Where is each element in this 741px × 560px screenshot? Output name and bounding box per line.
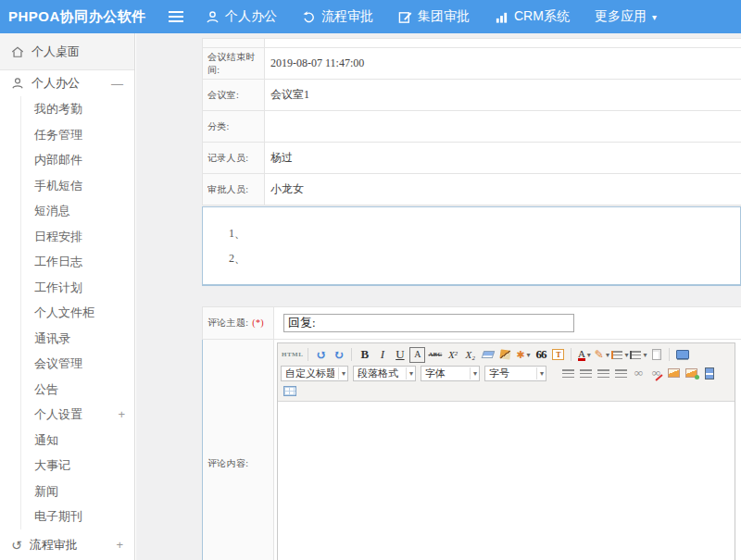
field-label: 记录人员: — [203, 143, 265, 174]
sidebar-item-meeting-management[interactable]: 会议管理 — [34, 351, 134, 377]
redo-icon[interactable]: ↻ — [331, 347, 346, 363]
select-label: 段落格式 — [358, 367, 402, 380]
expand-icon[interactable]: + — [116, 538, 123, 552]
sidebar-item-news[interactable]: 新闻 — [34, 479, 134, 504]
align-center-button[interactable] — [578, 366, 594, 381]
multi-image-button[interactable] — [684, 366, 699, 381]
menu-toggle-icon[interactable] — [169, 11, 183, 22]
font-family-select[interactable]: 字体▾ — [421, 366, 480, 381]
sidebar-item-label: 内部邮件 — [34, 147, 82, 173]
font-color-button[interactable]: A▾ — [576, 347, 592, 363]
sidebar-item-announcement[interactable]: 公告 — [34, 377, 134, 403]
field-value — [274, 307, 741, 340]
sidebar-item-short-message[interactable]: 短消息 — [34, 198, 134, 224]
sidebar-item-internal-mail[interactable]: 内部邮件 — [34, 147, 134, 173]
bold-button[interactable]: B — [357, 347, 372, 363]
ordered-list-button[interactable]: ▾ — [611, 347, 628, 363]
align-left-button[interactable] — [560, 366, 576, 381]
collapse-icon[interactable]: — — [111, 77, 123, 91]
sidebar: 个人桌面 个人办公 — 我的考勤 任务管理 内部邮件 手机短信 短消息 日程安排… — [0, 33, 135, 560]
sidebar-item-memorabilia[interactable]: 大事记 — [34, 453, 134, 479]
underline-button[interactable]: U — [392, 347, 408, 363]
unordered-list-button[interactable]: ▾ — [630, 347, 647, 363]
nav-label: CRM系统 — [514, 8, 570, 25]
format-brush-icon[interactable] — [497, 347, 513, 363]
table-row: 评论主题:(*) — [203, 307, 741, 340]
editor-content-area[interactable] — [278, 402, 735, 560]
unordered-list-icon — [630, 351, 641, 359]
strikethrough-button[interactable]: ABC — [427, 347, 443, 363]
paste-as-text-button[interactable]: T — [550, 347, 566, 363]
insert-table-button[interactable] — [282, 383, 297, 399]
font-size-select[interactable]: 字号▾ — [484, 366, 546, 381]
edit-icon — [398, 10, 412, 24]
auto-typeset-button[interactable]: ✱▾ — [515, 347, 531, 363]
toolbar-separator — [571, 348, 571, 361]
link-button[interactable]: ∞ — [631, 366, 647, 381]
unlink-button[interactable]: ∞ — [648, 366, 664, 381]
sidebar-item-my-attendance[interactable]: 我的考勤 — [34, 96, 134, 122]
sidebar-item-personal-file-cabinet[interactable]: 个人文件柜 — [34, 300, 134, 326]
field-value: HTML ↺ ↻ B I U A ABC X² — [274, 340, 741, 560]
sidebar-item-label: 电子期刊 — [34, 504, 82, 529]
insert-media-button[interactable] — [701, 366, 717, 381]
nav-crm-system[interactable]: CRM系统 — [495, 8, 570, 25]
subscript-button[interactable]: X₂ — [462, 347, 478, 363]
sidebar-item-label: 个人桌面 — [31, 44, 80, 60]
sidebar-item-label: 工作日志 — [34, 249, 82, 275]
caret-down-icon: ▾ — [406, 367, 413, 380]
caret-down-icon: ▾ — [587, 351, 591, 359]
caret-down-icon: ▾ — [536, 367, 544, 380]
sidebar-item-label: 个人文件柜 — [34, 300, 94, 326]
undo-icon[interactable]: ↺ — [313, 347, 329, 363]
sidebar-item-desktop[interactable]: 个人桌面 — [0, 33, 134, 70]
font-name-button[interactable]: A — [409, 347, 425, 363]
sidebar-item-e-journal[interactable]: 电子期刊 — [34, 504, 134, 529]
sidebar-item-task-management[interactable]: 任务管理 — [34, 122, 134, 148]
insert-image-button[interactable] — [666, 366, 682, 381]
eraser-icon[interactable] — [480, 347, 496, 363]
sidebar-item-label: 日程安排 — [34, 224, 82, 250]
nav-more-apps[interactable]: 更多应用 ▾ — [595, 8, 657, 25]
app-title: PHPOA协同办公软件 — [0, 8, 169, 26]
nav-personal-office[interactable]: 个人办公 — [206, 8, 277, 25]
sidebar-item-contacts[interactable]: 通讯录 — [34, 326, 134, 352]
history-icon: ↺ — [11, 539, 22, 552]
expand-icon[interactable]: + — [118, 402, 125, 428]
nav-group-approval[interactable]: 集团审批 — [398, 8, 470, 25]
select-label: 自定义标题 — [285, 367, 334, 380]
table-row: 分类: — [203, 111, 741, 143]
paragraph-format-select[interactable]: 段落格式▾ — [353, 366, 416, 381]
field-value: 杨过 — [265, 143, 741, 174]
justify-button[interactable] — [613, 366, 629, 381]
nav-workflow-approval[interactable]: 流程审批 — [302, 8, 373, 25]
minutes-line: 2、 — [229, 246, 740, 271]
person-icon — [206, 10, 220, 24]
sidebar-section-workflow-approval[interactable]: ↺ 流程审批 + — [0, 531, 134, 559]
sidebar-item-work-plan[interactable]: 工作计划 — [34, 275, 134, 301]
new-page-button[interactable] — [648, 347, 664, 363]
align-right-button[interactable] — [596, 366, 611, 381]
highlight-color-button[interactable]: ✎▾ — [594, 347, 609, 363]
sidebar-item-mobile-sms[interactable]: 手机短信 — [34, 173, 134, 199]
sidebar-item-work-log[interactable]: 工作日志 — [34, 249, 134, 275]
italic-button[interactable]: I — [374, 347, 390, 363]
table-row: 评论内容: HTML ↺ ↻ B I U — [203, 340, 741, 560]
toolbar-row-2: 自定义标题▾ 段落格式▾ 字体▾ 字号▾ ∞ — [281, 364, 732, 382]
sidebar-item-notification[interactable]: 通知 — [34, 428, 134, 454]
blockquote-button[interactable]: 66 — [533, 347, 548, 363]
sidebar-item-label: 任务管理 — [34, 122, 82, 148]
toolbar-separator — [669, 348, 670, 361]
pen-icon: ✎ — [595, 348, 604, 362]
sidebar-item-personal-settings[interactable]: 个人设置+ — [34, 402, 134, 428]
html-source-button[interactable]: HTML — [282, 347, 303, 363]
heading-select[interactable]: 自定义标题▾ — [281, 366, 348, 381]
sparkle-icon: ✱ — [516, 349, 524, 361]
fullscreen-button[interactable] — [674, 347, 690, 363]
align-group: ∞ ∞ — [559, 366, 718, 381]
sidebar-section-personal-office[interactable]: 个人办公 — — [0, 70, 134, 96]
table-grid-icon — [283, 386, 296, 396]
sidebar-item-schedule[interactable]: 日程安排 — [34, 224, 134, 250]
comment-subject-input[interactable] — [283, 314, 574, 332]
superscript-button[interactable]: X² — [445, 347, 460, 363]
